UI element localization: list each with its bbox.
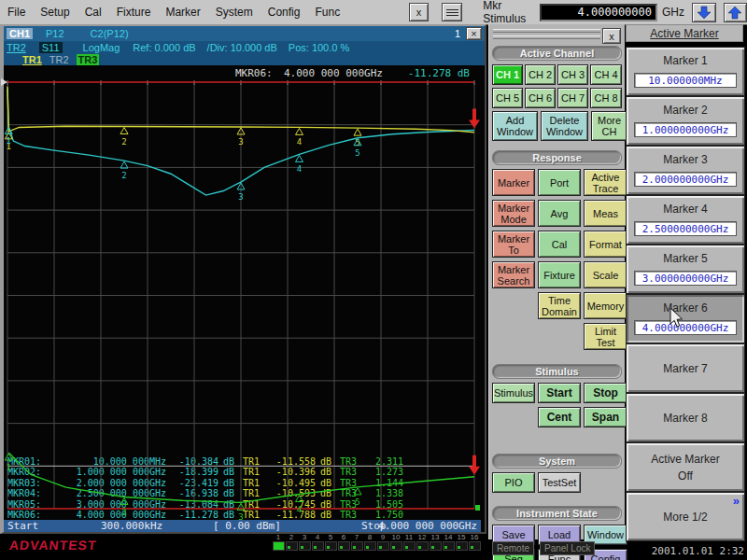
ch-button-ch-8[interactable]: CH 8 xyxy=(590,88,622,108)
ch-button-ch-6[interactable]: CH 6 xyxy=(525,88,556,108)
marker-value-field[interactable]: 3.000000000GHz xyxy=(634,271,737,286)
marker-table-cell-v1: -18.399 xyxy=(166,467,218,477)
tab-tr1[interactable]: TR1 xyxy=(22,54,42,65)
marker-table-cell-v3: 1.144 xyxy=(360,478,403,488)
btn-fixture[interactable]: Fixture xyxy=(538,261,581,288)
btn-marker-search[interactable]: Marker Search xyxy=(492,261,535,288)
marker-table-cell-freq: 3.000 000 000GHz xyxy=(49,499,166,510)
menu-item-setup[interactable]: Setup xyxy=(33,3,77,21)
down-arrow-icon xyxy=(697,6,712,20)
btn-cal[interactable]: Cal xyxy=(538,231,581,258)
btn-more-ch[interactable]: More CH xyxy=(591,111,627,141)
start-value: 300.000kHz xyxy=(101,520,162,532)
ch-button-ch-3[interactable]: CH 3 xyxy=(557,64,588,85)
btn-marker[interactable]: Marker xyxy=(492,169,535,196)
marker-value-field[interactable]: 1.000000000GHz xyxy=(634,122,737,137)
btn-port[interactable]: Port xyxy=(538,169,581,196)
marker-table-row: MKR06:4.000 000 000GHz-11.278dBTR1-11.78… xyxy=(7,510,479,520)
marker-table-cell-u1: dB xyxy=(218,467,239,477)
more-pages-icon: » xyxy=(733,494,740,508)
marker-table-cell-v3: 1.750 xyxy=(360,510,403,520)
softkey-spacer xyxy=(492,407,535,427)
softkey-label: Marker 3 xyxy=(663,153,707,166)
ch-button-ch-1[interactable]: CH 1 xyxy=(492,64,523,85)
softkey-spacer xyxy=(584,472,627,493)
marker-table-cell-u1: dB xyxy=(218,510,239,520)
softkey-label: Marker 6 xyxy=(663,301,707,315)
marker-value-field[interactable]: 2.000000000GHz xyxy=(634,172,737,187)
btn-testset[interactable]: TestSet xyxy=(538,472,581,493)
tab-tr3[interactable]: TR3 xyxy=(77,54,100,65)
ch-button-ch-7[interactable]: CH 7 xyxy=(557,88,588,108)
btn-add-window[interactable]: Add Window xyxy=(492,111,538,141)
btn-span[interactable]: Span xyxy=(584,407,627,427)
pos-label: Pos: 100.0 % xyxy=(289,42,349,53)
btn-avg[interactable]: Avg xyxy=(538,200,581,227)
softkey-active-marker-off[interactable]: Active MarkerOff xyxy=(626,442,745,492)
btn-scale[interactable]: Scale xyxy=(584,261,627,288)
btn-limit-test[interactable]: Limit Test xyxy=(584,323,627,350)
softkey-marker-6[interactable]: Marker 64.000000000GHz xyxy=(626,294,745,343)
marker-table-cell-t3: TR3 xyxy=(336,467,360,477)
softkey-marker-7[interactable]: Marker 7 xyxy=(626,343,745,393)
marker-down-button[interactable] xyxy=(692,3,716,22)
panel-close-button[interactable]: x xyxy=(602,28,621,44)
marker-table-cell-u1: dB xyxy=(218,456,239,467)
softkey-more-1-2[interactable]: More 1/2» xyxy=(626,492,745,541)
window-close-button[interactable]: × xyxy=(466,27,482,40)
btn-format[interactable]: Format xyxy=(584,231,627,258)
menu-item-file[interactable]: File xyxy=(0,3,33,21)
marker-table-cell-v2: -10.495 xyxy=(263,478,316,488)
menu-list-icon[interactable] xyxy=(442,3,462,21)
marker-table-cell-v2: -11.558 xyxy=(263,456,316,467)
menu-item-marker[interactable]: Marker xyxy=(158,3,207,21)
menu-item-fixture[interactable]: Fixture xyxy=(109,3,159,21)
menu-item-cal[interactable]: Cal xyxy=(78,3,109,21)
marker-up-button[interactable] xyxy=(724,3,747,22)
softkey-marker-2[interactable]: Marker 21.000000000GHz xyxy=(626,96,745,146)
menu-item-config[interactable]: Config xyxy=(261,3,308,21)
softkey-marker-1[interactable]: Marker 110.000000MHz xyxy=(626,47,745,96)
softkey-marker-5[interactable]: Marker 53.000000000GHz xyxy=(626,245,745,294)
btn-time-domain[interactable]: Time Domain xyxy=(538,292,581,319)
menu-item-func[interactable]: Func xyxy=(307,3,347,21)
marker-table-cell-label: MKR06: xyxy=(7,510,49,520)
softkey-marker-8[interactable]: Marker 8 xyxy=(626,393,745,442)
ch-button-ch-2[interactable]: CH 2 xyxy=(525,64,556,85)
marker-value-field[interactable]: 2.500000000GHz xyxy=(634,221,737,236)
btn-stimulus[interactable]: Stimulus xyxy=(492,383,535,403)
window-buttons: Add WindowDelete WindowMore CH xyxy=(490,111,625,141)
menu-item-system[interactable]: System xyxy=(208,3,261,21)
btn-memory[interactable]: Memory xyxy=(584,292,627,319)
btn-start[interactable]: Start xyxy=(538,383,581,403)
marker-table-cell-v2: -10.593 xyxy=(263,488,316,498)
ch-button-ch-4[interactable]: CH 4 xyxy=(590,64,622,85)
ch-button-ch-5[interactable]: CH 5 xyxy=(492,88,523,108)
btn-pio[interactable]: PIO xyxy=(492,472,535,493)
tab-tr2[interactable]: TR2 xyxy=(49,54,69,65)
marker-value-field[interactable]: 10.000000MHz xyxy=(634,73,737,88)
indicator-10: 10 xyxy=(389,533,402,551)
btn-active-trace[interactable]: Active Trace xyxy=(584,169,627,196)
active-marker-title: Active Marker xyxy=(626,24,743,42)
marker-value-field[interactable]: 4.000000000GHz xyxy=(634,320,737,335)
indicator-8: 8 xyxy=(363,533,376,551)
stop-value: 4.000 000 000GHz xyxy=(378,520,477,532)
panel-grip[interactable] xyxy=(493,35,600,39)
marker-table-cell-label: MKR02: xyxy=(7,467,49,477)
mkr-stimulus-input[interactable]: 4.000000000 xyxy=(540,4,657,21)
panel-grip[interactable] xyxy=(493,29,600,33)
softkey-marker-3[interactable]: Marker 32.000000000GHz xyxy=(626,146,745,195)
menubar-close-button[interactable]: x xyxy=(409,3,429,21)
btn-meas[interactable]: Meas xyxy=(584,200,627,227)
btn-marker-to[interactable]: Marker To xyxy=(492,231,535,258)
sparam-chip[interactable]: S11 xyxy=(39,42,63,53)
btn-marker-mode[interactable]: Marker Mode xyxy=(492,200,535,227)
btn-delete-window[interactable]: Delete Window xyxy=(541,111,588,141)
btn-cent[interactable]: Cent xyxy=(538,407,581,427)
indicator-7: 7 xyxy=(350,533,363,551)
active-trace-label[interactable]: TR2 xyxy=(7,42,26,53)
btn-stop[interactable]: Stop xyxy=(584,383,627,403)
softkey-marker-4[interactable]: Marker 42.500000000GHz xyxy=(626,195,745,245)
marker-table-cell-v3: 1.338 xyxy=(360,488,403,498)
